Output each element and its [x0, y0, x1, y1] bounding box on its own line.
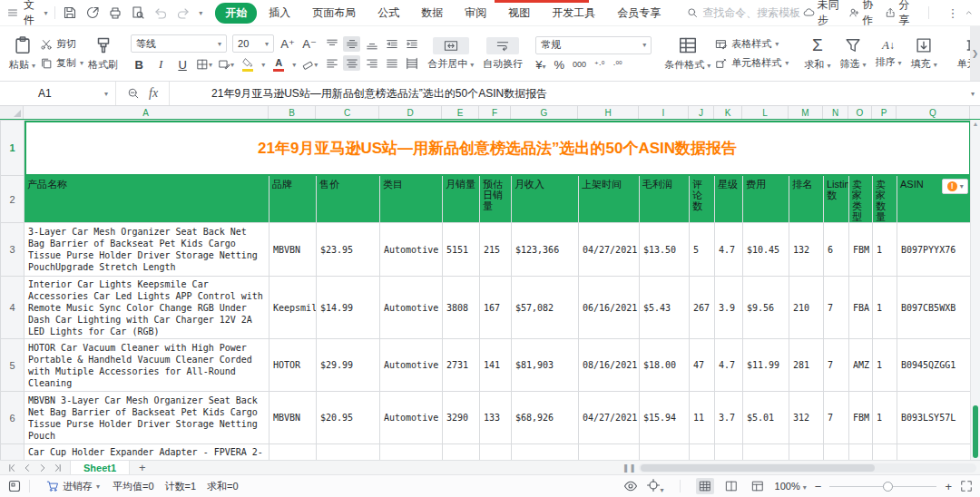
row-header[interactable]: 1: [1, 121, 24, 176]
cell[interactable]: $11.99: [743, 339, 789, 392]
cell[interactable]: $13.50: [640, 223, 690, 277]
bold-button[interactable]: B: [131, 56, 147, 73]
copy-button[interactable]: 复制 ▾: [40, 56, 83, 70]
row-header[interactable]: 3: [1, 223, 24, 277]
table-style-button[interactable]: 表格样式 ▾: [715, 37, 789, 51]
ribbon-tab[interactable]: 开发工具: [542, 3, 605, 24]
font-name-select[interactable]: 等线▾: [131, 34, 227, 53]
header-cell[interactable]: 月收入: [512, 176, 579, 223]
header-cell[interactable]: 排名: [789, 176, 824, 223]
zoom-in-button[interactable]: +: [945, 480, 952, 493]
main-menu-icon[interactable]: [7, 6, 18, 19]
cell[interactable]: [690, 444, 715, 461]
merged-title-cell[interactable]: 21年9月亚马逊US站—用新品创意榜选品法”选出的50个ASIN数据报告: [24, 121, 971, 176]
cell[interactable]: [824, 444, 849, 461]
column-header[interactable]: G: [511, 106, 578, 119]
row-header[interactable]: 4: [1, 277, 24, 339]
zoom-out-icon[interactable]: [127, 87, 140, 100]
header-cell[interactable]: 费用: [743, 176, 789, 223]
cell[interactable]: 312: [789, 392, 824, 444]
zoom-slider-thumb[interactable]: [883, 482, 893, 492]
header-cell[interactable]: 产品名称: [24, 176, 270, 223]
cell[interactable]: 1: [873, 339, 897, 392]
column-header[interactable]: A: [24, 106, 269, 119]
column-header[interactable]: B: [269, 106, 316, 119]
print-icon[interactable]: [108, 5, 122, 20]
column-header[interactable]: C: [316, 106, 379, 119]
previous-sheet-icon[interactable]: [23, 463, 32, 473]
ribbon-tab[interactable]: 开始: [215, 3, 257, 24]
sync-status[interactable]: 未同步: [803, 0, 843, 28]
cell[interactable]: $20.95: [317, 392, 380, 444]
cell[interactable]: 08/16/2021: [579, 339, 640, 392]
cell[interactable]: [849, 444, 873, 461]
underline-button[interactable]: U: [174, 56, 191, 73]
cell[interactable]: B0945QZGG1: [897, 339, 971, 392]
column-header[interactable]: N: [823, 106, 848, 119]
header-cell[interactable]: 类目: [380, 176, 443, 223]
cell[interactable]: $18.00: [640, 339, 690, 392]
header-cell[interactable]: 月销量: [443, 176, 480, 223]
font-size-select[interactable]: 20▾: [232, 34, 274, 53]
justify-button[interactable]: [383, 55, 400, 71]
cell[interactable]: HOTOR: [270, 339, 317, 392]
number-format-select[interactable]: 常规▾: [535, 36, 652, 54]
sum-button[interactable]: Σ 求和 ▾: [799, 35, 835, 72]
decrease-indent-button[interactable]: [383, 36, 400, 52]
cell[interactable]: AMZ: [849, 339, 873, 392]
align-right-button[interactable]: [363, 55, 380, 71]
cell[interactable]: [443, 444, 480, 461]
normal-view-button[interactable]: [696, 478, 714, 494]
cell[interactable]: 167: [480, 277, 512, 339]
font-color-button[interactable]: A: [270, 56, 287, 73]
cell[interactable]: B097CB5WXB: [897, 277, 971, 339]
cell[interactable]: 4.7: [715, 339, 743, 392]
header-cell[interactable]: 上架时间: [579, 176, 640, 223]
inventory-mode-button[interactable]: 进销存 ▾: [46, 480, 100, 493]
cell[interactable]: [579, 444, 640, 461]
format-painter-button[interactable]: 格式刷: [83, 35, 122, 72]
insert-function-button[interactable]: fx: [149, 86, 158, 101]
draw-border-button[interactable]: ▾: [218, 56, 234, 73]
cell[interactable]: [743, 444, 789, 461]
cell[interactable]: Car Cup Holder Expander Adapter - FPVERA…: [24, 444, 270, 461]
cell[interactable]: 1: [873, 277, 897, 339]
percent-format-button[interactable]: %: [554, 58, 565, 72]
undo-icon[interactable]: [153, 5, 168, 20]
quick-access-chevron-down-icon[interactable]: ▾: [199, 9, 202, 17]
cell[interactable]: $68,926: [512, 392, 579, 444]
cell[interactable]: [715, 444, 743, 461]
header-cell[interactable]: 卖家类型: [849, 176, 873, 223]
sheet-tab-active[interactable]: Sheet1: [70, 461, 130, 474]
cell[interactable]: 7: [824, 277, 849, 339]
cell[interactable]: 281: [789, 339, 824, 392]
cell[interactable]: 06/16/2021: [579, 277, 640, 339]
scroll-up-icon[interactable]: ▲: [971, 121, 980, 127]
redo-icon[interactable]: [176, 5, 191, 20]
header-cell[interactable]: 品牌: [270, 176, 317, 223]
row-header[interactable]: 5: [1, 339, 24, 392]
header-cell[interactable]: 评论数: [690, 176, 715, 223]
cell[interactable]: 7: [824, 392, 849, 444]
header-cell[interactable]: 卖家数量: [873, 176, 897, 223]
ribbon-tab[interactable]: 页面布局: [302, 3, 366, 24]
cell[interactable]: Interior Car Lights Keepsmile Car Access…: [24, 277, 270, 339]
sort-button[interactable]: A↓ 排序 ▾: [871, 38, 906, 69]
ribbon-tab[interactable]: 视图: [498, 3, 540, 24]
align-left-button[interactable]: [323, 55, 340, 71]
cell[interactable]: [317, 444, 380, 461]
cell[interactable]: 132: [789, 223, 824, 277]
column-header[interactable]: D: [379, 106, 442, 119]
cell[interactable]: $29.99: [317, 339, 380, 392]
decrease-decimal-button[interactable]: ·⁰⁰: [612, 60, 622, 69]
borders-button[interactable]: ▾: [196, 56, 212, 73]
cell[interactable]: Automotive: [380, 392, 443, 444]
search-box[interactable]: 查找命令、搜索模板: [687, 5, 803, 21]
increase-indent-button[interactable]: [403, 36, 420, 52]
eye-protection-icon[interactable]: [623, 479, 638, 493]
name-box-chevron-down-icon[interactable]: ▾: [104, 90, 108, 98]
cell[interactable]: MBVBN 3-Layer Car Mesh Organizer Seat Ba…: [24, 392, 270, 444]
cell[interactable]: 210: [789, 277, 824, 339]
filter-button[interactable]: 筛选 ▾: [835, 36, 870, 71]
header-cell[interactable]: 毛利润: [640, 176, 690, 223]
